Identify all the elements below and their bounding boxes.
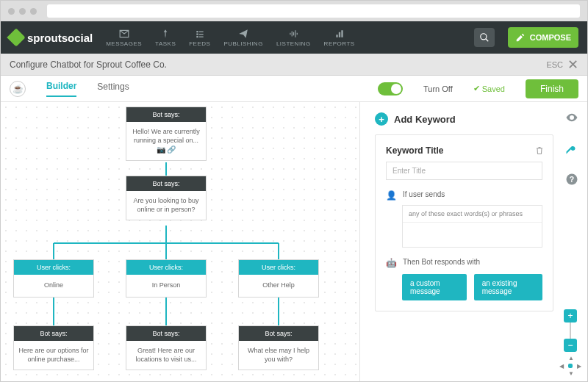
- nav-reports[interactable]: REPORTS: [324, 29, 355, 47]
- search-icon: [479, 32, 490, 43]
- toggle-label: Turn Off: [423, 84, 453, 93]
- bot-node[interactable]: Bot says: Great! Here are our locations …: [126, 325, 207, 370]
- brand-text: sproutsocial: [27, 32, 93, 44]
- bot-node-text: Great! Here are our locations to visit u…: [126, 341, 206, 370]
- custom-message-button[interactable]: a custom message: [402, 274, 467, 300]
- pan-control[interactable]: ▲ ▼ ◀ ▶: [561, 356, 580, 375]
- bot-node[interactable]: Bot says: What else may I help you with?: [238, 325, 319, 370]
- zoom-controls: + − ▲ ▼ ◀ ▶: [561, 309, 580, 375]
- user-node-text: In Person: [126, 275, 206, 297]
- audio-icon: [287, 29, 299, 39]
- window-dot: [30, 8, 37, 15]
- tab-builder[interactable]: Builder: [46, 81, 76, 97]
- bot-node[interactable]: Bot says: Hello! We are currently runnin…: [126, 107, 207, 161]
- nav-messages[interactable]: MESSAGES: [106, 29, 142, 47]
- bot-node-header: Bot says:: [239, 326, 318, 341]
- bot-node-text: Are you looking to buy online or in pers…: [126, 191, 206, 220]
- brand-logo[interactable]: sproutsocial: [10, 31, 93, 44]
- finish-button[interactable]: Finish: [526, 79, 578, 98]
- nav-listening[interactable]: LISTENING: [276, 29, 311, 47]
- bot-node[interactable]: Bot says: Are you looking to buy online …: [126, 176, 207, 220]
- zoom-track[interactable]: [570, 322, 571, 339]
- search-button[interactable]: [474, 28, 495, 47]
- compose-button[interactable]: COMPOSE: [508, 27, 578, 48]
- config-title: Configure Chatbot for Sprout Coffee Co.: [10, 60, 167, 70]
- user-node-header: User clicks:: [239, 260, 318, 275]
- bot-avatar-icon: ☕: [10, 81, 26, 97]
- add-keyword-header[interactable]: + Add Keyword: [375, 112, 576, 126]
- user-icon: 👤: [386, 190, 397, 201]
- envelope-icon: [118, 29, 130, 39]
- close-config[interactable]: ESC ✕: [546, 58, 578, 71]
- zoom-out-button[interactable]: −: [564, 339, 577, 352]
- phrase-input-group: any of these exact words(s) or phrases: [402, 205, 542, 248]
- bot-icon: 🤖: [386, 258, 397, 268]
- bot-node-header: Bot says:: [126, 176, 206, 191]
- bot-node-header: Bot says:: [126, 107, 206, 122]
- bot-node-header: Bot says:: [14, 326, 93, 341]
- browser-chrome: [1, 1, 587, 21]
- attachment-icons: 📷 🔗: [157, 145, 176, 154]
- tabs-bar: ☕ Builder Settings Turn Off ✔ Saved Fini…: [1, 76, 587, 102]
- config-bar: Configure Chatbot for Sprout Coffee Co. …: [1, 54, 587, 76]
- keyword-title-label: Keyword Title: [386, 145, 542, 156]
- nav-tasks[interactable]: TASKS: [155, 29, 176, 47]
- saved-indicator: ✔ Saved: [473, 84, 505, 93]
- pin-icon: [159, 29, 171, 39]
- phrase-textarea[interactable]: [403, 222, 542, 247]
- list-icon: [194, 29, 206, 39]
- main-area: Bot says: Hello! We are currently runnin…: [1, 102, 587, 382]
- window-dot: [19, 8, 26, 15]
- keyword-card: Keyword Title Enter Title 👤 If user send…: [375, 134, 553, 311]
- plus-icon: +: [375, 112, 388, 126]
- enable-toggle[interactable]: [378, 82, 403, 96]
- svg-text:?: ?: [570, 175, 574, 184]
- top-nav: sproutsocial MESSAGES TASKS FEEDS PUBLIS…: [1, 21, 587, 54]
- tab-settings[interactable]: Settings: [97, 82, 129, 96]
- bot-node-text: Here are our options for online purchase…: [14, 341, 93, 370]
- nav-publishing[interactable]: PUBLISHING: [223, 29, 262, 47]
- bot-node-text: What else may I help you with?: [239, 341, 318, 370]
- window-dot: [8, 8, 15, 15]
- user-node-header: User clicks:: [126, 260, 206, 275]
- check-icon: ✔: [473, 84, 480, 93]
- side-panel: + Add Keyword Keyword Title Enter Title …: [359, 102, 587, 382]
- leaf-icon: [7, 28, 25, 46]
- paper-plane-icon: [237, 29, 249, 39]
- bot-node[interactable]: Bot says: Here are our options for onlin…: [13, 325, 94, 370]
- existing-message-button[interactable]: an existing message: [474, 274, 542, 300]
- title-input[interactable]: Enter Title: [386, 162, 542, 180]
- bot-node-header: Bot says:: [126, 326, 206, 341]
- trash-icon: [535, 145, 544, 156]
- bar-chart-icon: [334, 29, 345, 39]
- nav-feeds[interactable]: FEEDS: [189, 29, 210, 47]
- then-bot-label: Then Bot responds with: [403, 258, 480, 266]
- delete-button[interactable]: [535, 145, 544, 157]
- zoom-in-button[interactable]: +: [564, 309, 577, 322]
- close-icon: ✕: [567, 58, 578, 71]
- user-node-text: Online: [14, 275, 93, 297]
- user-node[interactable]: User clicks: In Person: [126, 259, 207, 298]
- help-icon[interactable]: ?: [565, 173, 578, 186]
- user-node[interactable]: User clicks: Other Help: [238, 259, 319, 298]
- bot-node-text: Hello! We are currently running a specia…: [131, 128, 201, 145]
- visibility-icon[interactable]: [565, 111, 578, 124]
- if-user-sends-label: If user sends: [403, 190, 445, 198]
- any-of-label: any of these exact words(s) or phrases: [403, 206, 542, 222]
- user-node-text: Other Help: [239, 275, 318, 297]
- user-node-header: User clicks:: [14, 260, 93, 275]
- user-node[interactable]: User clicks: Online: [13, 259, 94, 298]
- svg-point-0: [481, 34, 487, 40]
- compose-icon: [515, 32, 526, 43]
- flow-canvas[interactable]: Bot says: Hello! We are currently runnin…: [1, 102, 359, 382]
- url-bar[interactable]: [47, 4, 580, 18]
- key-icon[interactable]: [565, 142, 578, 155]
